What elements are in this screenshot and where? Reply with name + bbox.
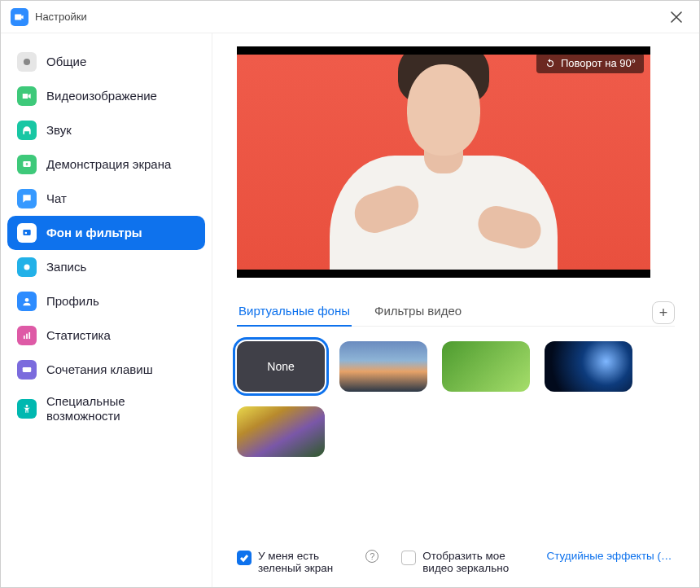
window-title: Настройки (35, 11, 87, 23)
background-none[interactable]: None (237, 341, 325, 392)
background-grid: None (237, 341, 675, 457)
rotate-label: Поворот на 90° (561, 57, 636, 69)
rotate-icon (545, 58, 556, 69)
svg-point-10 (26, 405, 28, 407)
sidebar-item-label: Видеоизображение (46, 89, 157, 103)
app-icon (11, 8, 28, 26)
headphones-icon (17, 121, 37, 140)
close-icon (671, 11, 682, 23)
sidebar-item-label: Запись (46, 260, 86, 274)
sidebar-item-profile[interactable]: Профиль (7, 284, 205, 318)
svg-point-0 (24, 59, 30, 65)
sidebar-item-accessibility[interactable]: Специальные возможности (7, 387, 205, 431)
sidebar: Общие Видеоизображение Звук Демонстрация… (1, 33, 212, 587)
share-screen-icon (17, 155, 37, 174)
footer-options: У меня есть зеленый экран ? Отобразить м… (237, 543, 675, 574)
tab-virtual-backgrounds[interactable]: Виртуальные фоны (237, 299, 352, 326)
mirror-label: Отобразить мое видео зеркально (422, 550, 523, 574)
svg-rect-6 (24, 336, 25, 339)
background-flowers[interactable] (237, 406, 325, 457)
accessibility-icon (17, 399, 37, 419)
studio-effects-link[interactable]: Студийные эффекты (бета-... (546, 550, 675, 562)
video-icon (17, 86, 37, 106)
sidebar-item-label: Специальные возможности (46, 394, 195, 423)
svg-point-4 (24, 265, 30, 270)
plus-icon: + (659, 305, 668, 320)
background-none-label: None (267, 360, 294, 373)
background-icon (17, 223, 37, 243)
add-background-button[interactable]: + (652, 301, 675, 324)
sidebar-item-label: Общие (46, 55, 86, 69)
sidebar-item-general[interactable]: Общие (7, 45, 205, 79)
tab-video-filters[interactable]: Фильтры видео (373, 299, 463, 326)
svg-rect-7 (26, 334, 28, 339)
rotate-90-button[interactable]: Поворот на 90° (536, 53, 644, 73)
sidebar-item-share-screen[interactable]: Демонстрация экрана (7, 147, 205, 182)
green-screen-label: У меня есть зеленый экран (258, 550, 356, 574)
sidebar-item-label: Демонстрация экрана (46, 157, 171, 172)
help-icon[interactable]: ? (365, 550, 378, 563)
main-panel: Поворот на 90° Виртуальные фоны Фильтры … (212, 33, 699, 587)
sidebar-item-label: Фон и фильтры (46, 226, 142, 240)
record-icon (17, 257, 37, 277)
svg-rect-9 (23, 367, 32, 372)
chat-icon (17, 189, 37, 208)
camera-icon (14, 11, 25, 23)
sidebar-item-background-filters[interactable]: Фон и фильтры (7, 216, 205, 250)
titlebar: Настройки (1, 1, 699, 33)
sidebar-item-label: Сочетания клавиш (46, 362, 153, 377)
stats-icon (17, 326, 37, 345)
settings-window: Настройки Общие Видеоизображение Звук Де… (0, 0, 700, 588)
close-button[interactable] (663, 4, 689, 30)
sidebar-item-label: Статистика (46, 328, 111, 343)
video-preview: Поворот на 90° (237, 46, 650, 278)
background-bridge[interactable] (339, 341, 427, 392)
green-screen-checkbox[interactable]: У меня есть зеленый экран ? (237, 550, 378, 574)
svg-rect-8 (28, 332, 30, 339)
tabs: Виртуальные фоны Фильтры видео + (237, 299, 675, 327)
sidebar-item-shortcuts[interactable]: Сочетания клавиш (7, 353, 205, 387)
profile-icon (17, 292, 37, 311)
background-grass[interactable] (442, 341, 530, 392)
svg-point-5 (25, 298, 29, 302)
sidebar-item-label: Профиль (46, 294, 99, 309)
sidebar-item-recording[interactable]: Запись (7, 250, 205, 284)
sidebar-item-video[interactable]: Видеоизображение (7, 79, 205, 113)
sidebar-item-audio[interactable]: Звук (7, 113, 205, 147)
checkbox-icon (401, 551, 416, 565)
sidebar-item-label: Чат (46, 191, 67, 206)
sidebar-item-label: Звук (46, 123, 72, 138)
background-earth[interactable] (545, 341, 632, 392)
checkbox-icon (237, 551, 252, 565)
gear-icon (17, 52, 37, 72)
keyboard-icon (17, 360, 37, 380)
mirror-video-checkbox[interactable]: Отобразить мое видео зеркально (401, 550, 523, 574)
svg-point-3 (25, 232, 28, 235)
svg-rect-2 (23, 230, 30, 235)
sidebar-item-statistics[interactable]: Статистика (7, 318, 205, 353)
preview-image (237, 55, 650, 270)
sidebar-item-chat[interactable]: Чат (7, 182, 205, 216)
